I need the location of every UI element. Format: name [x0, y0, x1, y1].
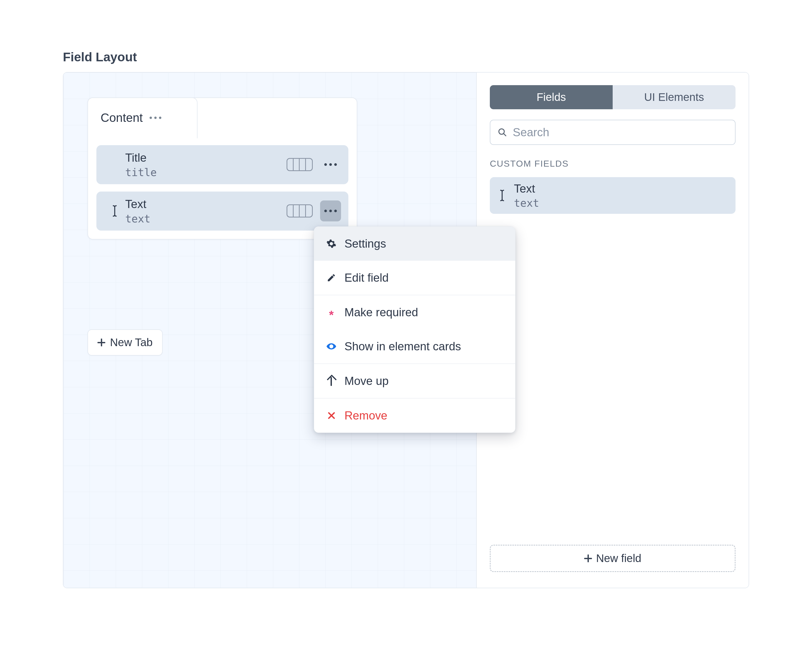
menu-item-label: Settings: [345, 237, 386, 250]
add-field-button[interactable]: New field: [490, 545, 736, 572]
add-tab-label: New Tab: [110, 336, 153, 349]
library-field-handle: text: [514, 197, 539, 209]
field-handle: title: [125, 167, 287, 179]
tab-name: Content: [101, 111, 143, 125]
layout-field-row[interactable]: Title title: [96, 145, 348, 184]
menu-item-make-required[interactable]: * Make required: [314, 295, 515, 329]
text-cursor-icon: [104, 205, 125, 217]
menu-item-show-in-cards[interactable]: Show in element cards: [314, 329, 515, 364]
library-tabs: Fields UI Elements: [490, 85, 736, 109]
arrow-up-icon: [325, 376, 337, 386]
field-actions-button[interactable]: [320, 154, 341, 175]
tab-actions-icon[interactable]: [150, 117, 161, 119]
library-field-label: Text: [514, 182, 539, 196]
field-library-panel: Fields UI Elements CUSTOM FIELDS: [476, 73, 749, 588]
field-context-menu: Settings Edit field * Make required Show…: [314, 226, 516, 433]
field-handle: text: [125, 213, 287, 225]
field-actions-button[interactable]: [320, 200, 341, 222]
menu-item-edit-field[interactable]: Edit field: [314, 261, 515, 295]
field-layout-designer: Content Title title: [63, 72, 749, 588]
menu-item-label: Move up: [345, 374, 389, 388]
tab-fields[interactable]: Fields: [490, 85, 613, 109]
pencil-icon: [325, 273, 337, 283]
close-icon: [325, 412, 337, 420]
add-field-label: New field: [596, 552, 641, 565]
gear-icon: [325, 239, 337, 249]
plus-icon: [584, 555, 592, 562]
tab-ui-elements[interactable]: UI Elements: [613, 85, 736, 109]
field-width-selector[interactable]: [287, 204, 313, 217]
text-cursor-icon: [498, 189, 507, 202]
menu-item-label: Remove: [345, 409, 388, 422]
menu-item-label: Make required: [345, 306, 418, 319]
search-icon: [498, 127, 507, 137]
search-field-wrap: [490, 120, 736, 145]
menu-item-label: Edit field: [345, 271, 389, 284]
menu-item-move-up[interactable]: Move up: [314, 364, 515, 398]
menu-item-settings[interactable]: Settings: [314, 227, 515, 261]
eye-icon: [325, 341, 337, 351]
library-field-item[interactable]: Text text: [490, 177, 736, 214]
svg-point-2: [330, 345, 333, 347]
field-label: Text: [125, 197, 287, 211]
plus-icon: [98, 339, 105, 346]
layout-tab-card: Content Title title: [87, 98, 357, 240]
field-width-selector[interactable]: [287, 158, 313, 171]
add-tab-button[interactable]: New Tab: [87, 329, 163, 356]
search-input[interactable]: [512, 125, 728, 139]
menu-item-remove[interactable]: Remove: [314, 399, 515, 432]
svg-line-1: [504, 134, 506, 136]
layout-field-row[interactable]: Text text: [96, 191, 348, 231]
page-title: Field Layout: [63, 50, 749, 64]
menu-item-label: Show in element cards: [345, 340, 461, 353]
field-label: Title: [125, 151, 287, 165]
library-section-heading: CUSTOM FIELDS: [490, 159, 736, 169]
tab-header[interactable]: Content: [87, 98, 197, 139]
